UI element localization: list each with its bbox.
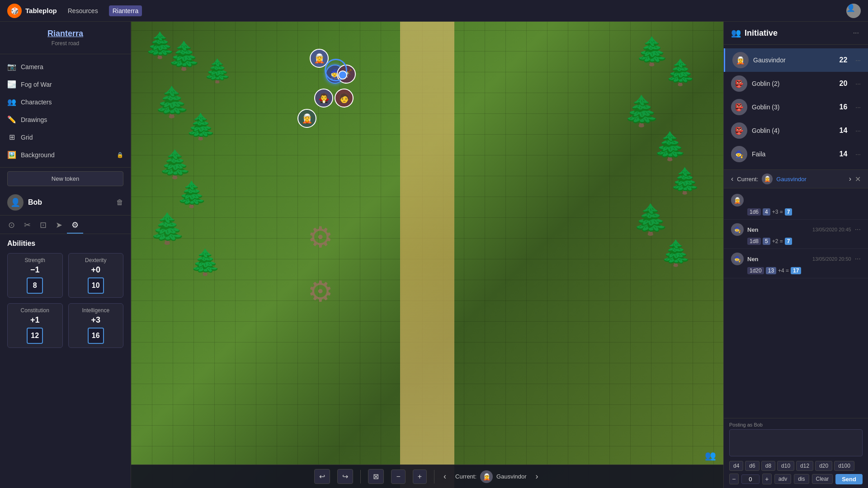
sidebar-item-label-drawings: Drawings bbox=[21, 116, 47, 123]
chat-messages: 🧝 1d6 4 +3 = 7 🧙 Nen 13/05/2020 20:45 ··… bbox=[724, 188, 868, 418]
init-name-gausvindor: Gausvindor bbox=[753, 56, 835, 64]
current-indicator: Current: 🧝 Gausvindor bbox=[455, 470, 526, 483]
init-score-goblin2: 20 bbox=[840, 80, 848, 88]
tree-9: 🌲 bbox=[190, 248, 221, 277]
init-score-gausvindor: 22 bbox=[840, 56, 848, 64]
clear-button[interactable]: Clear bbox=[812, 474, 833, 484]
add-button[interactable]: + bbox=[413, 469, 427, 484]
init-item-goblin2[interactable]: 👺 Goblin (2) 20 ··· bbox=[724, 72, 868, 95]
campaign-title[interactable]: Rianterra bbox=[7, 29, 123, 38]
char-tab-2[interactable]: ⊡ bbox=[35, 217, 51, 234]
ability-dexterity-mod: +0 bbox=[72, 265, 120, 275]
d20-button[interactable]: d20 bbox=[815, 461, 832, 471]
map-canvas[interactable]: 🌲 🌲 🌲 🌲 🌲 🌲 🌲 🌲 🌲 🌲 🌲 🌲 🌲 🌲 🌲 🌲 🧝 🧙 🗡️ 🧛… bbox=[131, 22, 723, 488]
d100-button[interactable]: d100 bbox=[834, 461, 854, 471]
initiative-menu-button[interactable]: ··· bbox=[851, 27, 861, 39]
d12-button[interactable]: d12 bbox=[796, 461, 813, 471]
init-item-faila[interactable]: 🧙 Faila 14 ··· bbox=[724, 142, 868, 166]
map-participants[interactable]: 👥 bbox=[705, 450, 716, 461]
init-more-goblin2[interactable]: ··· bbox=[855, 80, 861, 87]
msg3-more[interactable]: ··· bbox=[855, 255, 861, 263]
prev-turn-button[interactable]: ‹ bbox=[442, 470, 448, 483]
d10-button[interactable]: d10 bbox=[777, 461, 794, 471]
map-token-char3[interactable]: 🧛 bbox=[314, 89, 333, 108]
character-delete-button[interactable]: 🗑 bbox=[116, 198, 123, 206]
initiative-list: 🧝 Gausvindor 22 ··· 👺 Goblin (2) 20 ··· … bbox=[724, 45, 868, 170]
msg2-more[interactable]: ··· bbox=[855, 225, 861, 234]
strip-current-label: Current: bbox=[737, 176, 758, 183]
d6-button[interactable]: d6 bbox=[745, 461, 759, 471]
advantage-button[interactable]: adv bbox=[774, 474, 791, 484]
msg3-time: 13/05/2020 20:50 bbox=[812, 256, 851, 262]
send-button[interactable]: Send bbox=[835, 474, 863, 484]
char-tab-0[interactable]: ⊙ bbox=[4, 217, 19, 234]
chat-input-area: Posting as Bob d4 d6 d8 d10 d12 d20 d100… bbox=[724, 418, 868, 488]
modifier-minus-button[interactable]: − bbox=[729, 474, 739, 484]
strip-close-button[interactable]: ✕ bbox=[855, 175, 861, 183]
user-avatar[interactable]: 👤 bbox=[846, 4, 861, 18]
map-token-char4[interactable]: 🧑 bbox=[335, 89, 354, 108]
tree-8: 🌲 bbox=[149, 211, 186, 246]
map-area[interactable]: 🌲 🌲 🌲 🌲 🌲 🌲 🌲 🌲 🌲 🌲 🌲 🌲 🌲 🌲 🌲 🌲 🧝 🧙 🗡️ 🧛… bbox=[131, 22, 723, 488]
new-token-button[interactable]: New token bbox=[7, 171, 123, 186]
init-more-goblin4[interactable]: ··· bbox=[855, 127, 861, 134]
char-tab-4[interactable]: ⚙ bbox=[67, 217, 83, 234]
sidebar-item-camera[interactable]: 📷 Camera bbox=[0, 58, 131, 75]
d8-button[interactable]: d8 bbox=[761, 461, 775, 471]
initiative-header: 👥 Initiative ··· bbox=[724, 22, 868, 45]
current-token-avatar: 🧝 bbox=[480, 470, 493, 483]
fog-icon: 🌫️ bbox=[7, 80, 16, 89]
init-item-goblin4[interactable]: 👺 Goblin (4) 14 ··· bbox=[724, 119, 868, 142]
tree-r6: 🌲 bbox=[632, 202, 669, 237]
current-name: Gausvindor bbox=[496, 473, 526, 480]
init-more-goblin3[interactable]: ··· bbox=[855, 103, 861, 111]
strip-prev-button[interactable]: ‹ bbox=[731, 175, 733, 183]
nav-resources[interactable]: Resources bbox=[64, 5, 102, 16]
measure-button[interactable]: ⊠ bbox=[368, 469, 384, 484]
char-tab-3[interactable]: ➤ bbox=[51, 217, 67, 234]
msg3-result: 17 bbox=[791, 267, 801, 274]
character-name: Bob bbox=[28, 198, 112, 206]
char-tab-1[interactable]: ✂ bbox=[19, 217, 35, 234]
sidebar-item-background[interactable]: 🖼️ Background 🔒 bbox=[0, 146, 131, 164]
map-token-elf[interactable]: 🧝 bbox=[310, 49, 329, 68]
d4-button[interactable]: d4 bbox=[729, 461, 743, 471]
sidebar-item-grid[interactable]: ⊞ Grid bbox=[0, 128, 131, 146]
block-button[interactable]: − bbox=[391, 469, 405, 484]
init-item-goblin3[interactable]: 👺 Goblin (3) 16 ··· bbox=[724, 95, 868, 119]
abilities-grid: Strength −1 8 Dexterity +0 10 Constituti… bbox=[7, 253, 123, 348]
strip-next-button[interactable]: › bbox=[849, 175, 851, 183]
sidebar-item-label-camera: Camera bbox=[21, 63, 43, 70]
tree-6: 🌲 bbox=[158, 148, 192, 180]
modifier-plus-button[interactable]: + bbox=[762, 474, 772, 484]
sidebar-item-fog-of-war[interactable]: 🌫️ Fog of War bbox=[0, 75, 131, 93]
redo-button[interactable]: ↪ bbox=[337, 469, 353, 484]
msg2-die: 1d8 bbox=[747, 238, 761, 245]
modifier-input[interactable] bbox=[741, 474, 760, 484]
msg3-avatar: 🧙 bbox=[731, 253, 744, 265]
ability-constitution-name: Constitution bbox=[11, 307, 59, 314]
abilities-title: Abilities bbox=[7, 239, 123, 248]
init-name-goblin2: Goblin (2) bbox=[752, 80, 835, 87]
app-logo[interactable]: 🎲 Tableplop bbox=[7, 4, 57, 18]
init-more-faila[interactable]: ··· bbox=[855, 150, 861, 158]
right-panel: 👥 Initiative ··· 🧝 Gausvindor 22 ··· 👺 G… bbox=[723, 22, 868, 488]
sidebar-item-drawings[interactable]: ✏️ Drawings bbox=[0, 111, 131, 128]
nav-rianterra[interactable]: Rianterra bbox=[109, 5, 142, 16]
sidebar-item-characters[interactable]: 👥 Characters bbox=[0, 93, 131, 111]
ability-constitution-score: 12 bbox=[27, 328, 43, 344]
msg1-op: +3 = bbox=[772, 209, 783, 215]
disadvantage-button[interactable]: dis bbox=[794, 474, 809, 484]
init-item-gausvindor[interactable]: 🧝 Gausvindor 22 ··· bbox=[724, 48, 868, 72]
init-avatar-faila: 🧙 bbox=[731, 146, 747, 162]
undo-button[interactable]: ↩ bbox=[314, 469, 330, 484]
ability-dexterity-score: 10 bbox=[88, 277, 104, 294]
ability-intelligence-mod: +3 bbox=[72, 315, 120, 325]
next-turn-button[interactable]: › bbox=[534, 470, 540, 483]
msg3-roll: 13 bbox=[766, 267, 776, 274]
init-more-gausvindor[interactable]: ··· bbox=[855, 56, 861, 64]
edit-token-button[interactable] bbox=[338, 70, 347, 80]
chat-textarea[interactable] bbox=[729, 429, 863, 456]
map-token-ranger[interactable]: 🧝 bbox=[297, 109, 316, 128]
chat-controls: − + adv dis Clear Send bbox=[729, 474, 863, 484]
